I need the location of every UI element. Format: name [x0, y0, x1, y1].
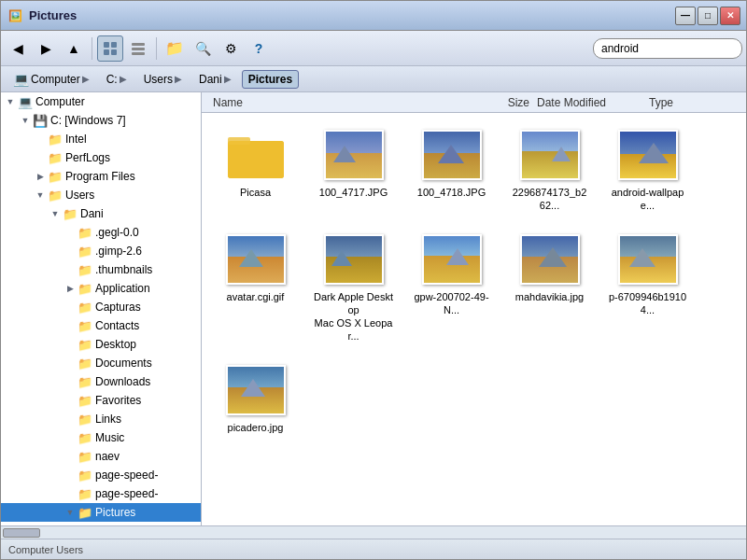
sidebar-item-application[interactable]: ▶ 📁 Application	[1, 279, 201, 298]
expand-cdrive[interactable]: ▼	[18, 113, 33, 128]
scrollbar-thumb[interactable]	[3, 528, 40, 538]
photo-icon-1	[321, 127, 387, 183]
file-item-img2[interactable]: 100_4718.JPG	[407, 122, 496, 217]
search-input[interactable]	[593, 38, 742, 59]
svg-rect-6	[132, 52, 145, 55]
sidebar-item-contacts[interactable]: ▶ 📁 Contacts	[1, 316, 201, 335]
col-name[interactable]: Name	[209, 96, 477, 109]
sidebar-label-users: Users	[65, 189, 94, 202]
close-button[interactable]: ✕	[720, 7, 740, 25]
new-folder-button[interactable]: 📁	[162, 35, 188, 62]
breadcrumb-computer[interactable]: 💻 Computer ▶	[7, 69, 96, 90]
sidebar-item-pictures[interactable]: ▼ 📁 Pictures	[1, 503, 201, 522]
sidebar-label-computer: Computer	[35, 95, 85, 108]
sidebar-item-thumbnails[interactable]: ▶ 📁 .thumbnails	[1, 260, 201, 279]
file-label-picasa: Picasa	[240, 186, 271, 199]
sidebar-item-pagespeed1[interactable]: ▶ 📁 page-speed-	[1, 466, 201, 484]
svg-rect-5	[132, 48, 145, 50]
sidebar-label-contacts: Contacts	[95, 319, 139, 332]
file-item-img8[interactable]: mahdavikia.jpg	[505, 227, 594, 348]
file-item-img4[interactable]: android-wallpape...	[603, 122, 692, 217]
sidebar-item-favorites[interactable]: ▶ 📁 Favorites	[1, 391, 201, 410]
file-item-img9[interactable]: p-6709946b19104...	[603, 227, 692, 348]
sidebar-label-cdrive: C: [Windows 7]	[50, 114, 126, 127]
sidebar-item-computer[interactable]: ▼ 💻 Computer	[1, 92, 201, 111]
breadcrumb-dani[interactable]: Dani ▶	[192, 70, 238, 89]
file-item-img5[interactable]: avatar.cgi.gif	[211, 227, 300, 348]
sidebar-item-links[interactable]: ▶ 📁 Links	[1, 410, 201, 428]
sidebar-item-pagespeed2[interactable]: ▶ 📁 page-speed-	[1, 484, 201, 503]
file-item-img3[interactable]: 2296874173_b262...	[505, 122, 594, 217]
minimize-button[interactable]: —	[675, 7, 696, 25]
expand-computer[interactable]: ▼	[3, 94, 18, 109]
file-item-img10[interactable]: picadero.jpg	[211, 357, 300, 439]
sidebar-item-capturas[interactable]: ▶ 📁 Capturas	[1, 298, 201, 316]
sidebar-item-intel[interactable]: ▶ 📁 Intel	[1, 130, 201, 148]
file-item-img1[interactable]: 100_4717.JPG	[309, 122, 398, 217]
sidebar-item-documents[interactable]: ▶ 📁 Documents	[1, 354, 201, 372]
horizontal-scrollbar[interactable]	[1, 525, 746, 539]
computer-icon: 💻	[18, 94, 33, 109]
icons-grid: Picasa 100_4717.JPG	[202, 113, 746, 448]
sidebar-label-naev: naev	[95, 450, 120, 463]
up-button[interactable]: ▲	[61, 35, 87, 62]
sidebar-label-downloads: Downloads	[95, 375, 150, 388]
sidebar-item-cdrive[interactable]: ▼ 💾 C: [Windows 7]	[1, 111, 201, 130]
file-item-img6[interactable]: Dark Apple Desktop Mac OS X Leopar...	[309, 227, 398, 348]
links-icon: 📁	[78, 412, 92, 427]
file-view[interactable]: Name Size Date Modified Type Pica	[202, 92, 746, 525]
window-title: Pictures	[29, 8, 675, 22]
sidebar-item-downloads[interactable]: ▶ 📁 Downloads	[1, 372, 201, 391]
breadcrumb-users[interactable]: Users ▶	[137, 70, 189, 89]
breadcrumb-pictures[interactable]: Pictures	[242, 70, 299, 89]
view-icons-button[interactable]	[97, 35, 123, 62]
main-window: 🖼️ Pictures — □ ✕ ◀ ▶ ▲	[0, 0, 747, 560]
svg-rect-1	[111, 42, 117, 48]
downloads-icon: 📁	[78, 374, 92, 389]
sidebar-item-desktop[interactable]: ▶ 📁 Desktop	[1, 335, 201, 354]
sidebar-label-documents: Documents	[95, 357, 152, 370]
sidebar-item-users[interactable]: ▼ 📁 Users	[1, 186, 201, 204]
breadcrumb-c[interactable]: C: ▶	[100, 70, 134, 89]
col-size[interactable]: Size	[477, 96, 533, 109]
main-content: ▼ 💻 Computer ▼ 💾 C: [Windows 7] ▶ 📁 Inte…	[1, 92, 746, 525]
svg-rect-9	[228, 141, 284, 178]
photo-icon-3	[517, 127, 583, 183]
favorites-icon: 📁	[78, 393, 92, 408]
sidebar-item-music[interactable]: ▶ 📁 Music	[1, 428, 201, 447]
file-label-img3: 2296874173_b262...	[510, 186, 589, 213]
list-view-icon	[131, 41, 146, 56]
forward-button[interactable]: ▶	[33, 35, 59, 62]
breadcrumb-arrow-4: ▶	[224, 74, 232, 84]
view-list-button[interactable]	[125, 35, 151, 62]
back-button[interactable]: ◀	[5, 35, 31, 62]
sidebar-item-dani[interactable]: ▼ 📁 Dani	[1, 204, 201, 223]
cdrive-icon: 💾	[33, 113, 48, 128]
sidebar-label-thumbnails: .thumbnails	[95, 263, 152, 276]
sidebar-item-naev[interactable]: ▶ 📁 naev	[1, 447, 201, 466]
file-item-img7[interactable]: gpw-200702-49-N...	[407, 227, 496, 348]
sidebar-label-application: Application	[95, 282, 150, 295]
toolbar: ◀ ▶ ▲ 📁 🔍 ⚙ ?	[1, 31, 746, 66]
file-label-img8: mahdavikia.jpg	[515, 290, 584, 303]
sidebar-item-perflogs[interactable]: ▶ 📁 PerfLogs	[1, 148, 201, 167]
status-text: Computer Users	[8, 544, 83, 555]
expand-intel[interactable]: ▶	[33, 132, 48, 147]
file-label-img10: picadero.jpg	[228, 421, 284, 434]
svg-rect-2	[104, 49, 109, 55]
col-date[interactable]: Date Modified	[533, 96, 645, 109]
photo-icon-5	[223, 231, 289, 287]
search-button[interactable]: 🔍	[190, 35, 216, 62]
maximize-button[interactable]: □	[698, 7, 718, 25]
sidebar-item-programfiles[interactable]: ▶ 📁 Program Files	[1, 167, 201, 186]
sidebar-item-gimp[interactable]: ▶ 📁 .gimp-2.6	[1, 242, 201, 260]
sidebar-label-desktop: Desktop	[95, 338, 136, 351]
sidebar-item-gegl[interactable]: ▶ 📁 .gegl-0.0	[1, 223, 201, 242]
sidebar-label-gimp: .gimp-2.6	[95, 245, 142, 258]
sidebar-tree[interactable]: ▼ 💻 Computer ▼ 💾 C: [Windows 7] ▶ 📁 Inte…	[1, 92, 202, 525]
file-item-picasa[interactable]: Picasa	[211, 122, 300, 217]
col-type[interactable]: Type	[645, 96, 739, 109]
properties-button[interactable]: ⚙	[218, 35, 244, 62]
help-button[interactable]: ?	[246, 35, 272, 62]
photo-icon-9	[615, 231, 681, 287]
